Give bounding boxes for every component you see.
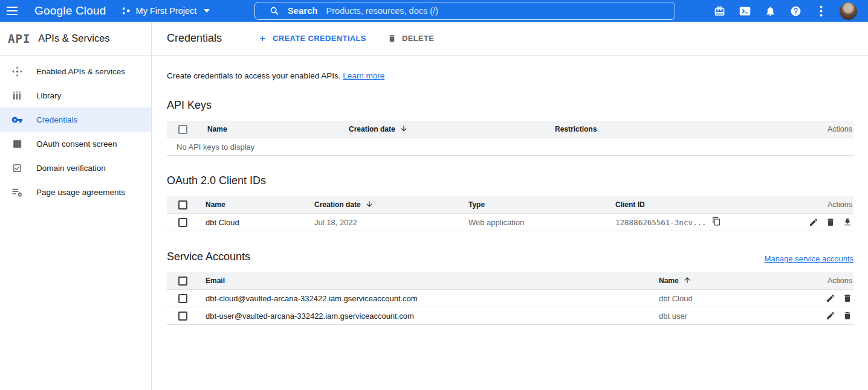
sidebar-item-page-usage-agreements[interactable]: Page usage agreements [0,180,151,204]
service-account-name: dbt Cloud [659,294,798,303]
column-header-type[interactable]: Type [468,200,615,209]
oauth-clients-title: OAuth 2.0 Client IDs [167,174,853,187]
domain-verification-icon [10,161,24,174]
row-checkbox[interactable] [178,218,187,227]
cloud-shell-icon[interactable] [738,4,751,18]
avatar[interactable] [840,2,857,20]
service-account-email[interactable]: dbt-user@vaulted-arcana-332422.iam.gserv… [206,312,659,321]
delete-label: DELETE [402,34,434,43]
create-credentials-label: CREATE CREDENTIALS [273,34,366,43]
intro-text: Create credentials to access your enable… [167,71,853,80]
column-header-name[interactable]: Name [207,125,349,133]
learn-more-link[interactable]: Learn more [343,71,384,80]
sidebar-item-oauth-consent[interactable]: OAuth consent screen [0,132,151,156]
row-actions [798,311,853,321]
sidebar-item-enabled-apis[interactable]: Enabled APIs & services [0,59,151,83]
api-logo-icon: API [8,32,30,45]
delete-button[interactable]: DELETE [387,34,434,43]
oauth-client-id: 128886265561-3ncv... [615,217,798,228]
column-header-name[interactable]: Name [659,276,798,286]
column-header-client-id[interactable]: Client ID [615,200,798,209]
table-row: dbt-user@vaulted-arcana-332422.iam.gserv… [167,307,853,325]
intro-sentence: Create credentials to access your enable… [167,71,340,80]
select-all-checkbox[interactable] [178,277,187,286]
service-accounts-section: Service Accounts Manage service accounts… [167,251,853,325]
create-credentials-button[interactable]: CREATE CREDENTIALS [258,34,366,43]
enabled-apis-icon [10,65,24,78]
notifications-bell-icon[interactable] [763,4,777,18]
oauth-client-name[interactable]: dbt Cloud [206,218,314,227]
column-header-email[interactable]: Email [206,277,659,285]
select-all-checkbox[interactable] [178,125,187,134]
gift-icon[interactable] [713,4,726,18]
sidebar-item-label: Domain verification [36,164,106,173]
sidebar-title: APIs & Services [38,33,109,44]
search-placeholder: Products, resources, docs (/) [326,6,438,16]
page-content: Create credentials to access your enable… [152,56,868,325]
sort-asc-icon [683,276,691,286]
edit-icon[interactable] [826,311,835,321]
sort-desc-icon [365,200,374,210]
delete-icon[interactable] [843,293,852,303]
service-accounts-title: Service Accounts [167,251,250,263]
edit-icon[interactable] [826,293,835,303]
row-checkbox[interactable] [178,294,187,303]
agreements-icon [10,185,24,199]
search-icon [270,6,279,16]
api-keys-table: Name Creation date Restrictions Actions … [167,121,853,156]
oauth-clients-table: Name Creation date Type Client ID Action… [167,196,853,231]
delete-icon[interactable] [843,311,852,321]
sidebar-header: API APIs & Services [0,22,151,56]
column-header-actions: Actions [798,200,853,209]
search-label: Search [288,6,318,16]
service-account-name: dbt user [659,312,798,321]
delete-icon[interactable] [826,217,835,227]
more-vert-icon[interactable] [814,4,828,18]
sidebar-item-credentials[interactable]: Credentials [0,107,151,132]
column-header-actions: Actions [805,125,853,133]
download-icon[interactable] [843,217,852,227]
oauth-table-header: Name Creation date Type Client ID Action… [167,196,853,214]
column-header-label: Creation date [314,200,361,209]
manage-service-accounts-link[interactable]: Manage service accounts [765,254,853,263]
project-selector[interactable]: My First Project [121,6,210,16]
copy-icon[interactable] [712,217,721,228]
chevron-down-icon [204,9,210,13]
project-icon [121,6,131,16]
sidebar-item-label: Enabled APIs & services [36,67,125,76]
service-account-email[interactable]: dbt-cloud@vaulted-arcana-332422.iam.gser… [206,294,659,303]
client-id-value: 128886265561-3ncv... [615,218,707,227]
oauth-consent-icon [10,137,24,150]
sidebar-item-label: OAuth consent screen [36,139,117,149]
column-header-restrictions[interactable]: Restrictions [555,125,805,133]
trash-icon [387,34,397,43]
oauth-client-creation-date: Jul 18, 2022 [314,218,468,227]
sidebar-item-domain-verification[interactable]: Domain verification [0,156,151,180]
sidebar-item-label: Library [36,91,61,100]
project-name: My First Project [136,6,197,16]
column-header-name[interactable]: Name [206,200,314,209]
row-checkbox[interactable] [178,312,187,321]
edit-icon[interactable] [809,217,818,227]
column-header-actions: Actions [798,277,853,285]
api-keys-title: API Keys [167,99,853,112]
select-all-checkbox[interactable] [178,200,187,209]
column-header-creation-date[interactable]: Creation date [349,124,555,135]
api-keys-table-header: Name Creation date Restrictions Actions [167,121,853,138]
google-cloud-logo[interactable]: Google Cloud [34,4,106,18]
help-icon[interactable] [789,4,802,18]
api-keys-section: API Keys Name Creation date Restrictions… [167,99,853,156]
topbar-actions [713,2,868,20]
library-icon [10,89,24,102]
page-header: Credentials CREATE CREDENTIALS DELETE [152,22,868,56]
search-input[interactable]: Search Products, resources, docs (/) [254,2,675,20]
sort-desc-icon [400,124,408,135]
menu-icon[interactable] [0,7,24,15]
table-row: dbt Cloud Jul 18, 2022 Web application 1… [167,214,853,231]
plus-icon [258,34,267,43]
column-header-label: Creation date [349,125,395,133]
column-header-creation-date[interactable]: Creation date [314,200,468,210]
service-accounts-table-header: Email Name Actions [167,272,853,290]
api-keys-empty-message: No API keys to display [167,138,853,156]
sidebar-item-library[interactable]: Library [0,83,151,107]
